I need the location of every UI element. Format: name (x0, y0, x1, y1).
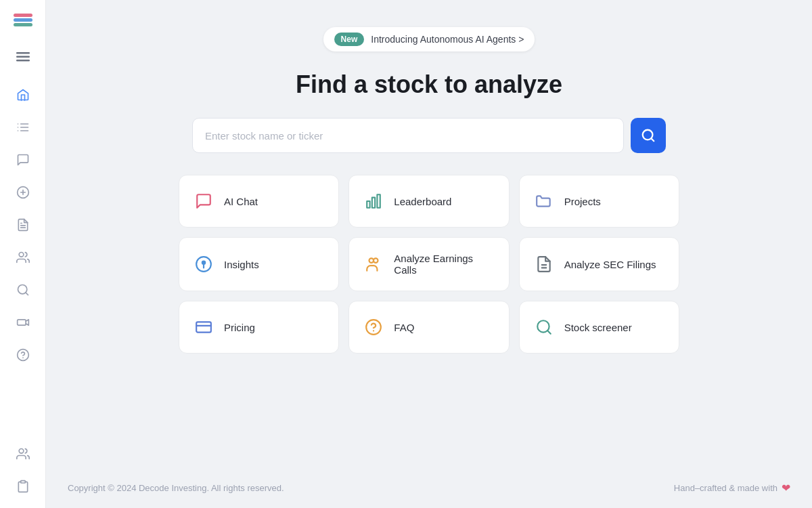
main-content: New Introducing Autonomous AI Agents > F… (46, 0, 812, 508)
svg-point-33 (374, 258, 378, 263)
earnings-icon (363, 253, 384, 275)
svg-rect-26 (367, 201, 370, 208)
card-ai-chat[interactable]: AI Chat (179, 175, 339, 228)
svg-rect-1 (14, 18, 32, 22)
ai-chat-icon (193, 190, 215, 212)
logo[interactable] (11, 7, 35, 31)
insights-icon (193, 253, 215, 275)
sidebar-item-list[interactable] (8, 112, 38, 142)
search-icon (641, 128, 656, 143)
card-screener-label: Stock screener (564, 322, 632, 333)
faq-icon (363, 316, 384, 338)
svg-rect-0 (14, 14, 32, 17)
sidebar-item-chat[interactable] (8, 145, 38, 175)
svg-rect-3 (16, 52, 30, 54)
sidebar-item-clipboard[interactable] (8, 471, 38, 501)
sidebar-item-help[interactable] (8, 340, 38, 370)
footer: Copyright © 2024 Decode Investing. All r… (46, 468, 812, 508)
sidebar-item-home[interactable] (8, 80, 38, 110)
svg-rect-5 (16, 60, 30, 62)
card-stock-screener[interactable]: Stock screener (519, 301, 679, 354)
svg-rect-23 (20, 481, 25, 483)
card-faq[interactable]: FAQ (348, 301, 509, 354)
card-pricing-label: Pricing (224, 322, 255, 333)
projects-icon (533, 190, 555, 212)
footer-right: Hand–crafted & made with ❤ (674, 482, 790, 494)
svg-rect-27 (372, 198, 375, 208)
sidebar-item-add[interactable] (8, 177, 38, 207)
pricing-icon (193, 316, 215, 338)
sidebar-item-search[interactable] (8, 275, 38, 305)
menu-toggle[interactable] (11, 45, 35, 69)
svg-point-16 (19, 253, 24, 257)
announcement-banner[interactable]: New Introducing Autonomous AI Agents > (323, 27, 535, 51)
content-area: New Introducing Autonomous AI Agents > F… (46, 0, 812, 468)
announcement-badge: New (334, 33, 365, 46)
svg-rect-2 (14, 23, 32, 26)
svg-line-25 (651, 138, 654, 141)
card-ai-chat-label: AI Chat (224, 196, 258, 207)
search-container (192, 118, 666, 153)
card-pricing[interactable]: Pricing (179, 301, 339, 354)
heart-icon: ❤ (782, 482, 790, 494)
sidebar (0, 0, 46, 508)
card-faq-label: FAQ (394, 322, 414, 333)
svg-rect-19 (17, 320, 26, 325)
sidebar-item-team[interactable] (8, 439, 38, 469)
card-projects-label: Projects (564, 196, 601, 207)
sec-icon (533, 253, 555, 275)
sidebar-item-document[interactable] (8, 210, 38, 240)
footer-made-with: Hand–crafted & made with (674, 483, 777, 493)
sidebar-nav (8, 80, 38, 439)
card-projects[interactable]: Projects (519, 175, 679, 228)
search-button[interactable] (631, 118, 666, 153)
card-analyze-earnings[interactable]: Analyze Earnings Calls (348, 237, 509, 291)
search-input[interactable] (192, 118, 624, 153)
svg-line-18 (25, 293, 28, 295)
card-leaderboard-label: Leaderboard (394, 196, 451, 207)
svg-rect-28 (378, 194, 380, 208)
announcement-text: Introducing Autonomous AI Agents > (371, 34, 524, 45)
card-insights[interactable]: Insights (179, 237, 339, 291)
sidebar-bottom (8, 439, 38, 501)
card-insights-label: Insights (224, 259, 259, 270)
footer-copyright: Copyright © 2024 Decode Investing. All r… (68, 483, 284, 493)
svg-point-22 (19, 449, 24, 454)
cards-grid: AI Chat Leaderboard (179, 175, 679, 354)
sidebar-item-users[interactable] (8, 242, 38, 272)
sidebar-item-video[interactable] (8, 308, 38, 337)
screener-icon (533, 316, 555, 338)
card-earnings-label: Analyze Earnings Calls (394, 253, 495, 276)
card-leaderboard[interactable]: Leaderboard (348, 175, 509, 228)
svg-rect-4 (16, 56, 30, 58)
page-title: Find a stock to analyze (296, 70, 562, 99)
svg-rect-36 (196, 322, 211, 332)
svg-line-41 (547, 331, 551, 334)
card-sec-label: Analyze SEC Filings (564, 259, 656, 270)
leaderboard-icon (363, 190, 384, 212)
card-analyze-sec[interactable]: Analyze SEC Filings (519, 237, 679, 291)
